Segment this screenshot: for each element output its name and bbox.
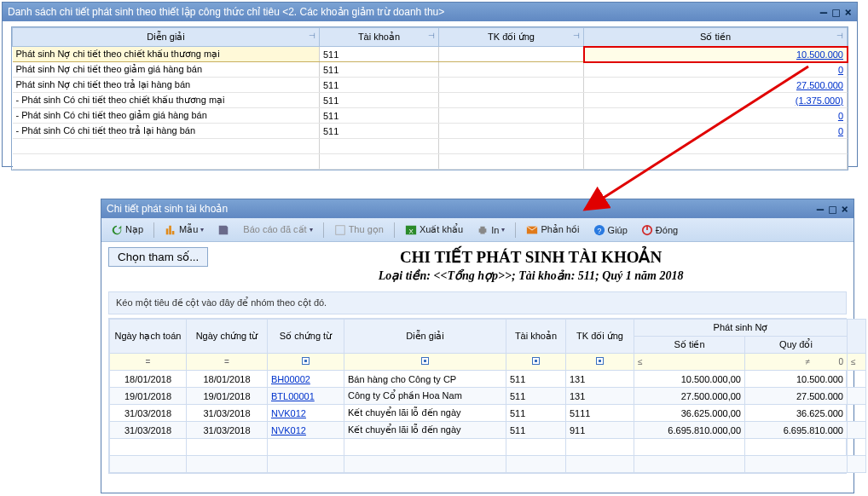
detail-grid[interactable]: Ngày hạch toán Ngày chứng từ Số chứng từ… (109, 319, 866, 473)
col-tai-khoan[interactable]: Tài khoản (506, 320, 566, 354)
table-row[interactable]: 19/01/201819/01/2018BTL00001Công ty Cổ p… (110, 388, 866, 405)
cell-tai-khoan: 511 (320, 78, 439, 93)
col-so-tien[interactable]: Số tiền⊣ (584, 28, 848, 47)
window-title: Chi tiết phát sinh tài khoản (107, 203, 228, 215)
cell-extra (848, 422, 866, 439)
col-ngay-chung-tu[interactable]: Ngày chứng từ (187, 320, 268, 354)
col-tk-doi-ung[interactable]: TK đối ứng⊣ (439, 28, 584, 47)
cell-so-tien[interactable]: 27.500.000 (584, 78, 848, 93)
table-row (13, 154, 848, 170)
minimize-icon[interactable]: – (820, 5, 827, 19)
collapse-button[interactable]: Thu gọn (328, 222, 390, 239)
svg-text:X: X (408, 227, 414, 234)
svg-text:?: ? (597, 226, 601, 234)
print-button[interactable]: In▾ (471, 222, 511, 239)
filter-qd[interactable]: ≠ 0 (745, 354, 848, 371)
pin-icon[interactable]: ⊣ (309, 32, 315, 40)
cell-dien-giai: Kết chuyển lãi lỗ đến ngày (344, 405, 506, 422)
table-row[interactable]: - Phát sinh Có chi tiết theo giảm giá hà… (13, 108, 848, 124)
pin-icon[interactable]: ⊣ (836, 32, 843, 40)
template-button[interactable]: Mẫu▾ (159, 222, 210, 239)
table-row[interactable]: Phát sinh Nợ chi tiết theo chiết khấu th… (13, 47, 848, 62)
report-title: CHI TIẾT PHÁT SINH TÀI KHOẢN (215, 247, 847, 267)
cell-tk-doi-ung (439, 93, 584, 108)
cell-extra (848, 405, 866, 422)
cell-tk-doi-ung (439, 124, 584, 139)
feedback-button[interactable]: Phản hồi (520, 222, 585, 239)
maximize-icon[interactable]: □ (829, 202, 836, 216)
cell-so-ct[interactable]: NVK012 (268, 422, 344, 439)
filter-st[interactable]: ≤ (634, 354, 745, 371)
filter-so[interactable] (268, 354, 344, 371)
table-row[interactable]: Phát sinh Nợ chi tiết theo trả lại hàng … (13, 78, 848, 93)
filter-tku[interactable] (566, 354, 634, 371)
cell-so-tien[interactable]: (1.375.000) (584, 93, 848, 108)
cell-so-tien[interactable]: 0 (584, 62, 848, 78)
table-row[interactable]: - Phát sinh Có chi tiết theo chiết khấu … (13, 93, 848, 108)
col-dien-giai[interactable]: Diễn giải (344, 320, 506, 354)
svg-rect-1 (335, 225, 344, 234)
minimize-icon[interactable]: – (817, 202, 824, 216)
detail-window: Chi tiết phát sinh tài khoản – □ × Nạp M… (101, 199, 854, 493)
filter-ngay-ct[interactable]: = (187, 354, 268, 371)
table-row[interactable]: 31/03/201831/03/2018NVK012Kết chuyển lãi… (110, 405, 866, 422)
cell-tk: 511 (506, 388, 566, 405)
filter-dg[interactable] (344, 354, 506, 371)
cell-extra (848, 371, 866, 388)
col-phat-sinh-no[interactable]: Phát sinh Nợ (634, 320, 848, 337)
cell-so-ct[interactable]: NVK012 (268, 405, 344, 422)
cell-tku: 911 (566, 422, 634, 439)
cell-tai-khoan: 511 (320, 62, 439, 78)
summary-grid[interactable]: Diễn giải⊣ Tài khoản⊣ TK đối ứng⊣ Số tiề… (11, 26, 848, 170)
mail-icon (526, 224, 538, 236)
choose-params-button[interactable]: Chọn tham số... (108, 247, 208, 267)
col-so-chung-tu[interactable]: Số chứng từ (268, 320, 344, 354)
cell-ngay-ht: 18/01/2018 (110, 371, 187, 388)
cell-tai-khoan: 511 (320, 47, 439, 62)
col-tai-khoan[interactable]: Tài khoản⊣ (320, 28, 439, 47)
cell-so-tien[interactable]: 10.500.000 (584, 47, 848, 62)
group-by-bar[interactable]: Kéo một tiêu đề cột vào đây để nhóm theo… (108, 291, 847, 314)
cell-ngay-ct: 18/01/2018 (187, 371, 268, 388)
table-row[interactable]: - Phát sinh Có chi tiết theo trả lại hàn… (13, 124, 848, 139)
col-so-tien[interactable]: Số tiền (634, 337, 745, 354)
export-button[interactable]: X Xuất khẩu (399, 222, 469, 239)
close-button[interactable]: Đóng (635, 222, 684, 239)
cell-ngay-ht: 31/03/2018 (110, 422, 187, 439)
table-row[interactable]: 18/01/201818/01/2018BH00002Bán hàng cho … (110, 371, 866, 388)
close-icon[interactable]: × (842, 202, 848, 216)
filter-extra[interactable]: ≤ (848, 354, 866, 371)
cell-so-ct[interactable]: BTL00001 (268, 388, 344, 405)
toolbar: Nạp Mẫu▾ Báo cáo đã cất▾ Thu gọn X Xuất … (101, 218, 854, 242)
titlebar[interactable]: Danh sách chi tiết phát sinh theo thiết … (3, 3, 857, 21)
cell-so-tien: 27.500.000,00 (634, 388, 745, 405)
summary-window: Danh sách chi tiết phát sinh theo thiết … (2, 2, 858, 167)
help-button[interactable]: ? Giúp (587, 222, 634, 239)
maximize-icon[interactable]: □ (832, 5, 839, 19)
col-tk-doi-ung[interactable]: TK đối ứng (566, 320, 634, 354)
cell-ngay-ct: 31/03/2018 (187, 422, 268, 439)
pin-icon[interactable]: ⊣ (573, 32, 580, 40)
table-row (110, 456, 866, 473)
filter-ngay-ht[interactable]: = (110, 354, 187, 371)
cell-so-ct[interactable]: BH00002 (268, 371, 344, 388)
col-quy-doi[interactable]: Quy đổi (745, 337, 848, 354)
table-row[interactable]: 31/03/201831/03/2018NVK012Kết chuyển lãi… (110, 422, 866, 439)
col-dien-giai[interactable]: Diễn giải⊣ (13, 28, 320, 47)
cell-so-tien[interactable]: 0 (584, 108, 848, 124)
table-row[interactable]: Phát sinh Nợ chi tiết theo giảm giá hàng… (13, 62, 848, 78)
chart-icon (165, 224, 176, 236)
reload-button[interactable]: Nạp (105, 222, 149, 239)
cell-so-tien[interactable]: 0 (584, 124, 848, 139)
col-extra[interactable] (848, 320, 866, 354)
titlebar[interactable]: Chi tiết phát sinh tài khoản – □ × (101, 199, 854, 218)
filter-tk[interactable] (506, 354, 566, 371)
cell-dien-giai: Bán hàng cho Công ty CP (344, 371, 506, 388)
save-button[interactable] (211, 222, 235, 239)
col-ngay-hach-toan[interactable]: Ngày hạch toán (110, 320, 187, 354)
pin-icon[interactable]: ⊣ (428, 32, 435, 40)
cell-quy-doi: 36.625.000 (745, 405, 848, 422)
cell-ngay-ht: 31/03/2018 (110, 405, 187, 422)
saved-reports-button[interactable]: Báo cáo đã cất▾ (237, 222, 318, 238)
close-icon[interactable]: × (845, 5, 852, 19)
